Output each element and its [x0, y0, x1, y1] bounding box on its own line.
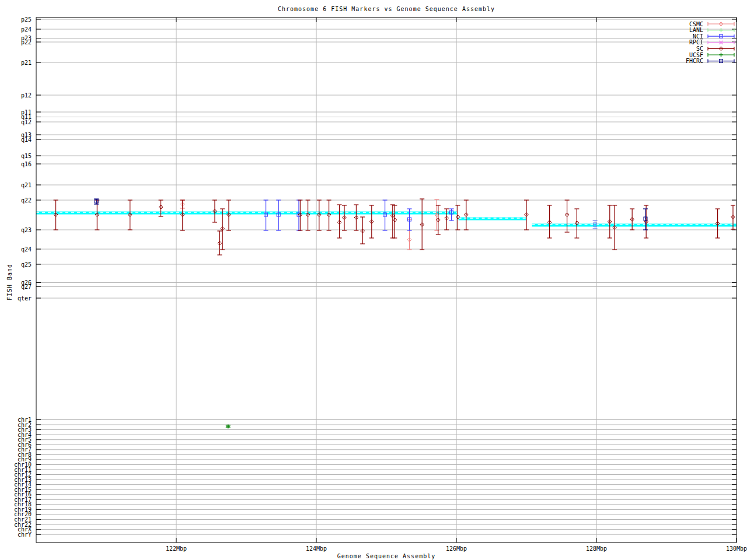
svg-text:p22: p22	[21, 39, 32, 46]
svg-text:FHCRC: FHCRC	[686, 58, 703, 64]
svg-text:q15: q15	[21, 153, 32, 159]
svg-text:LANL: LANL	[689, 27, 703, 33]
svg-text:CSMC: CSMC	[689, 21, 703, 27]
svg-text:q22: q22	[21, 197, 32, 204]
svg-text:q21: q21	[21, 182, 32, 188]
svg-text:p24: p24	[21, 26, 32, 33]
svg-text:p21: p21	[21, 60, 32, 66]
svg-text:130Mbp: 130Mbp	[726, 545, 747, 552]
tick-labels: p25p24p23p22p21p12p11q11q12q13q14q15q16q…	[14, 16, 747, 552]
svg-text:p25: p25	[21, 16, 32, 23]
chart-canvas: Chromosome 6 FISH Markers vs Genome Sequ…	[0, 0, 747, 560]
svg-text:UCSF: UCSF	[689, 52, 703, 58]
svg-text:126Mbp: 126Mbp	[446, 545, 467, 552]
svg-text:SC: SC	[696, 46, 703, 52]
plot-area: p25p24p23p22p21p12p11q11q12q13q14q15q16q…	[0, 0, 747, 560]
svg-text:q25: q25	[21, 261, 32, 268]
svg-text:p12: p12	[21, 92, 32, 99]
svg-text:chrY: chrY	[18, 531, 32, 538]
gridlines	[36, 18, 736, 542]
svg-text:124Mbp: 124Mbp	[306, 545, 327, 552]
svg-text:q27: q27	[21, 284, 32, 290]
legend: CSMCLANLNCIRPCISCUCSFFHCRC	[686, 21, 734, 65]
svg-text:q16: q16	[21, 161, 32, 167]
svg-text:q14: q14	[21, 136, 32, 143]
svg-text:122Mbp: 122Mbp	[166, 545, 187, 552]
assembly-line	[36, 212, 736, 225]
axes	[36, 18, 736, 542]
svg-text:128Mbp: 128Mbp	[586, 545, 607, 552]
series-ucsf	[226, 425, 231, 429]
svg-text:RPCI: RPCI	[689, 39, 703, 46]
svg-text:NCI: NCI	[693, 33, 703, 40]
svg-text:q23: q23	[21, 227, 32, 233]
svg-text:q12: q12	[21, 119, 32, 125]
series-sc	[54, 199, 735, 255]
svg-text:qter: qter	[18, 295, 32, 302]
svg-text:q24: q24	[21, 246, 32, 253]
